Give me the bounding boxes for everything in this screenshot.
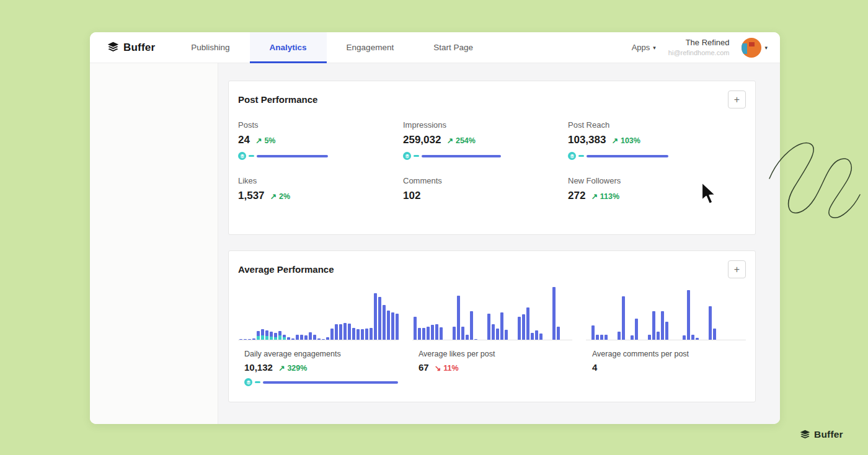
- buffer-stack-icon: [800, 430, 810, 440]
- chart-bar-overlay: [257, 336, 260, 340]
- metric: Average likes per post67↘11%: [412, 340, 572, 373]
- chart-bar: [631, 335, 634, 340]
- chart-bar: [335, 324, 338, 340]
- channel-avatar-icon: [403, 152, 411, 160]
- chart-bar: [378, 297, 381, 340]
- apps-menu[interactable]: Apps ▾: [632, 43, 656, 52]
- chart-bar: [257, 331, 260, 340]
- chart-bar-overlay: [270, 337, 273, 340]
- metric: Average comments per post4: [586, 340, 746, 373]
- tab-start-page[interactable]: Start Page: [414, 32, 493, 63]
- metric-label: Impressions: [403, 120, 568, 130]
- spark-current-segment: [257, 155, 328, 157]
- add-widget-button[interactable]: +: [728, 260, 746, 278]
- trend-percent: 329%: [287, 364, 307, 373]
- user-name: The Refined: [668, 37, 730, 48]
- chart-bar: [374, 293, 377, 340]
- nav-tabs: PublishingAnalyticsEngagementStart Page: [171, 32, 493, 63]
- chart-bar: [622, 296, 625, 340]
- metric-label: Average comments per post: [592, 350, 746, 358]
- trend-badge: ↘11%: [435, 363, 459, 373]
- trend-badge: ↗329%: [278, 363, 307, 373]
- metric-value: 259,032: [403, 134, 441, 146]
- chart-bar: [291, 338, 294, 340]
- channel-avatar-icon: [238, 152, 246, 160]
- avg-chart: [238, 285, 399, 340]
- metric-value-row: 4: [592, 362, 746, 373]
- metric-value: 102: [403, 190, 420, 202]
- chart-bar: [300, 335, 303, 340]
- buffer-logo[interactable]: Buffer: [90, 32, 171, 63]
- tab-engagement[interactable]: Engagement: [327, 32, 414, 63]
- chart-bar: [304, 335, 308, 340]
- metric: Comments102: [403, 176, 568, 202]
- body-row: Post Performance + Posts24↗5%Impressions…: [90, 63, 780, 424]
- comparison-sparkbar: [238, 152, 403, 160]
- user-info: The Refined hi@refindhome.com: [668, 37, 730, 57]
- chevron-down-icon: ▾: [653, 45, 656, 51]
- comparison-sparkbar: [244, 378, 399, 386]
- chart-bar: [309, 332, 312, 340]
- chart-bar: [339, 324, 342, 340]
- metric-value-row: 10,132↗329%: [244, 362, 399, 373]
- chart-bar: [665, 322, 668, 340]
- chart-bar: [239, 339, 242, 340]
- chart-bar: [343, 323, 347, 340]
- chart-bar: [440, 327, 443, 340]
- chart-bar: [518, 317, 521, 340]
- trend-badge: ↗254%: [446, 136, 475, 145]
- chart-bar: [496, 329, 499, 340]
- chart-bar: [652, 311, 655, 340]
- chart-bar: [648, 335, 651, 340]
- metric-value-row: 102: [403, 190, 568, 202]
- chart-bar: [326, 337, 329, 340]
- chart-bar: [492, 324, 495, 340]
- trend-percent: 113%: [600, 192, 619, 201]
- chart-bar: [500, 312, 503, 340]
- channel-avatar-icon: [568, 152, 576, 160]
- spark-previous-segment: [249, 155, 254, 157]
- buffer-stack-icon: [107, 42, 119, 53]
- metric-label: Comments: [403, 176, 568, 185]
- chart-bar: [348, 324, 351, 340]
- top-nav: Buffer PublishingAnalyticsEngagementStar…: [90, 32, 780, 63]
- chart-bar: [322, 339, 325, 340]
- avg-chart: [412, 285, 572, 340]
- trend-up-icon: ↗: [270, 192, 277, 201]
- metric: Daily average engagements10,132↗329%: [238, 340, 399, 386]
- chart-bar: [361, 329, 364, 340]
- avatar: [742, 38, 761, 58]
- chart-bar: [252, 338, 255, 340]
- chart-bar: [531, 333, 534, 340]
- metric-value: 103,383: [568, 134, 606, 146]
- chart-bar: [352, 328, 355, 340]
- trend-badge: ↗2%: [270, 192, 291, 201]
- spark-previous-segment: [578, 155, 584, 157]
- metric: Posts24↗5%: [238, 120, 403, 160]
- trend-percent: 2%: [279, 192, 290, 201]
- add-widget-button[interactable]: +: [728, 91, 746, 108]
- metric: Impressions259,032↗254%: [403, 120, 568, 160]
- chart-bar: [278, 331, 281, 340]
- chart-bar: [709, 306, 712, 340]
- user-email: hi@refindhome.com: [668, 48, 730, 58]
- avg-performance-column: Average comments per post4: [586, 285, 746, 386]
- metric-value-row: 24↗5%: [238, 134, 403, 146]
- tab-analytics[interactable]: Analytics: [250, 32, 327, 63]
- chart-bar: [313, 335, 316, 340]
- chart-bar: [487, 314, 490, 340]
- spark-previous-segment: [255, 381, 260, 383]
- chart-bar: [618, 332, 621, 340]
- metric-value: 1,537: [238, 190, 265, 202]
- mouse-cursor: [699, 181, 717, 206]
- account-menu[interactable]: ▾: [742, 38, 768, 58]
- chevron-down-icon: ▾: [764, 45, 768, 51]
- avg-performance-column: Average likes per post67↘11%: [412, 285, 572, 386]
- brand-wordmark: Buffer: [814, 429, 843, 440]
- chart-bar: [265, 330, 268, 340]
- chart-bar: [248, 339, 251, 340]
- tab-publishing[interactable]: Publishing: [171, 32, 249, 63]
- chart-bar: [396, 314, 399, 340]
- chart-bar: [391, 312, 394, 340]
- chart-bar: [435, 324, 438, 340]
